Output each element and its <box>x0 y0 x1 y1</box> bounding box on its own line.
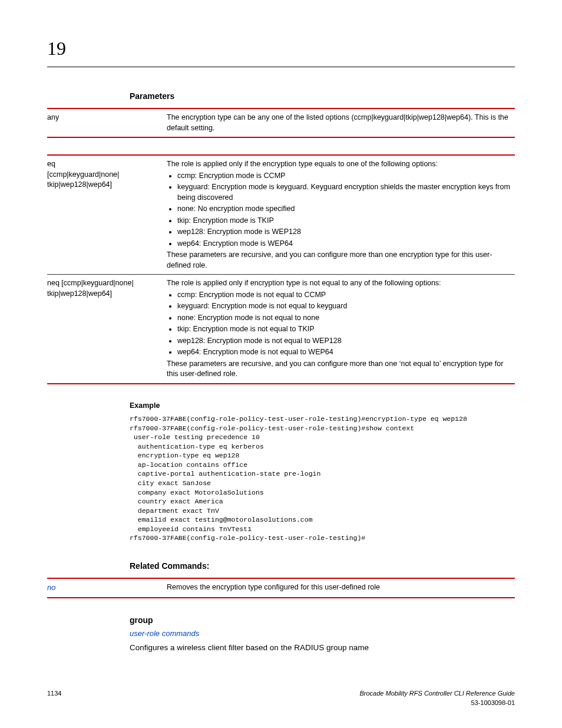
param-bullet-list: ccmp: Encryption mode is CCMPkeyguard: E… <box>177 171 510 249</box>
param-name: eq[ccmp|keyguard|none|tkip|wep128|wep64] <box>47 155 167 275</box>
param-desc: The encryption type can be any one of th… <box>167 108 515 137</box>
param-bullet-list: ccmp: Encryption mode is not equal to CC… <box>177 290 510 358</box>
param-bullet: ccmp: Encryption mode is CCMP <box>177 171 510 182</box>
related-commands-table: no Removes the encryption type configure… <box>47 578 515 598</box>
related-cmd-name[interactable]: no <box>47 578 167 598</box>
parameters-table-1: any The encryption type can be any one o… <box>47 108 515 138</box>
param-bullet: wep64: Encryption mode is WEP64 <box>177 239 510 249</box>
param-intro: The role is applied only if encryption t… <box>167 278 510 289</box>
group-description: Configures a wireless client filter base… <box>130 643 515 654</box>
group-heading: group <box>130 615 515 627</box>
param-bullet: keyguard: Encryption mode is not equal t… <box>177 301 510 312</box>
param-name: any <box>47 108 167 137</box>
param-intro: The role is applied only if the encrypti… <box>167 159 510 170</box>
example-heading: Example <box>130 401 515 411</box>
param-bullet: tkip: Encryption mode is not equal to TK… <box>177 324 510 335</box>
param-desc: The role is applied only if encryption t… <box>167 275 515 384</box>
param-bullet: wep64: Encryption mode is not equal to W… <box>177 347 510 358</box>
related-commands-heading: Related Commands: <box>130 561 515 572</box>
param-bullet: ccmp: Encryption mode is not equal to CC… <box>177 290 510 301</box>
param-bullet: wep128: Encryption mode is not equal to … <box>177 336 510 347</box>
param-bullet: tkip: Encryption mode is TKIP <box>177 216 510 226</box>
param-bullet: none: Encryption mode is not equal to no… <box>177 313 510 324</box>
footer-page-number: 1134 <box>47 689 61 707</box>
footer-doc-number: 53-1003098-01 <box>471 699 515 706</box>
param-desc: The role is applied only if the encrypti… <box>167 155 515 275</box>
page-footer: 1134 Brocade Mobility RFS Controller CLI… <box>47 689 515 707</box>
footer-doc-title: Brocade Mobility RFS Controller CLI Refe… <box>359 690 515 697</box>
param-outro: These parameters are recursive, and you … <box>167 359 510 380</box>
param-name: neq [ccmp|keyguard|none|tkip|wep128|wep6… <box>47 275 167 384</box>
param-bullet: wep128: Encryption mode is WEP128 <box>177 227 510 238</box>
parameters-table-2: eq[ccmp|keyguard|none|tkip|wep128|wep64]… <box>47 154 515 384</box>
related-cmd-link[interactable]: no <box>47 583 55 592</box>
example-code-block: rfs7000-37FABE(config-role-policy-test-u… <box>130 414 515 542</box>
chapter-number: 19 <box>47 35 515 62</box>
parameters-heading: Parameters <box>130 91 515 103</box>
param-bullet: keyguard: Encryption mode is keyguard. K… <box>177 182 510 203</box>
param-bullet: none: No encryption mode specified <box>177 204 510 215</box>
chapter-rule <box>47 67 515 67</box>
group-link[interactable]: user-role commands <box>130 628 515 639</box>
param-outro: These parameters are recursive, and you … <box>167 250 510 271</box>
related-cmd-desc: Removes the encryption type configured f… <box>167 578 515 598</box>
